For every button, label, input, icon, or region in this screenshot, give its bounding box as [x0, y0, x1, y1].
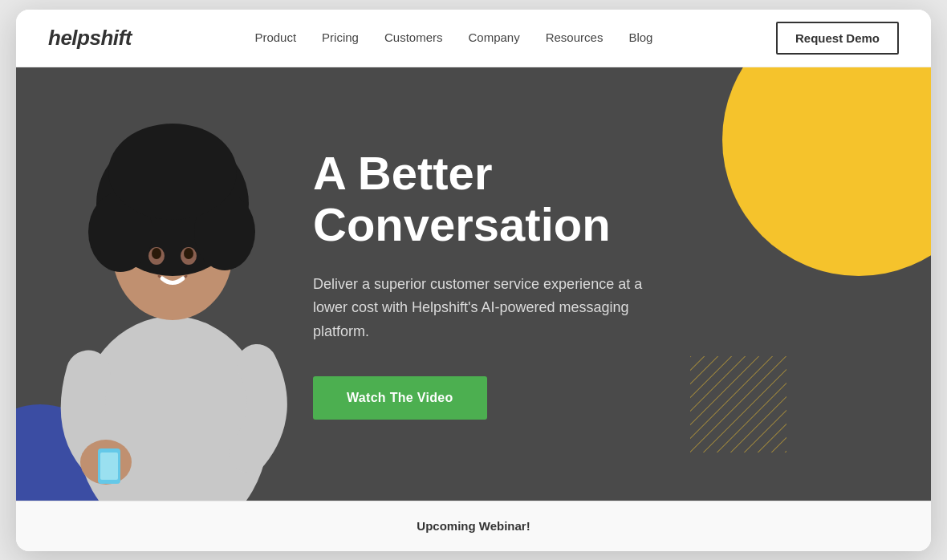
nav-item-company[interactable]: Company: [468, 30, 519, 45]
svg-point-8: [108, 124, 237, 220]
yellow-circle-decoration: [722, 67, 931, 276]
nav-link-blog[interactable]: Blog: [628, 30, 652, 44]
nav-link-customers[interactable]: Customers: [384, 30, 443, 44]
nav-link-pricing[interactable]: Pricing: [322, 30, 359, 44]
logo-text-normal: help: [48, 26, 89, 50]
nav-links: Product Pricing Customers Company Resour…: [254, 30, 652, 45]
hero-title: A Better Conversation: [313, 148, 650, 250]
footer-bar: Upcoming Webinar!: [16, 501, 931, 551]
watch-video-button[interactable]: Watch The Video: [313, 376, 487, 420]
logo-text-bold: shift: [89, 26, 131, 50]
hero-person-illustration: [40, 91, 305, 501]
diagonal-lines-decoration: [690, 356, 786, 452]
nav-link-product[interactable]: Product: [254, 30, 296, 44]
hero-content: A Better Conversation Deliver a superior…: [313, 116, 650, 452]
nav-item-pricing[interactable]: Pricing: [322, 30, 359, 45]
svg-point-11: [152, 248, 161, 259]
hero-section: A Better Conversation Deliver a superior…: [16, 67, 931, 501]
hero-description: Deliver a superior customer service expe…: [313, 273, 650, 344]
nav-item-blog[interactable]: Blog: [628, 30, 652, 45]
svg-rect-15: [100, 452, 118, 480]
nav-item-product[interactable]: Product: [254, 30, 296, 45]
hero-title-line1: A Better: [313, 147, 492, 199]
nav-link-company[interactable]: Company: [468, 30, 519, 44]
browser-frame: helpshift Product Pricing Customers Comp…: [16, 10, 931, 551]
nav-item-customers[interactable]: Customers: [384, 30, 443, 45]
svg-point-12: [184, 248, 193, 259]
logo[interactable]: helpshift: [48, 26, 132, 51]
request-demo-button[interactable]: Request Demo: [776, 22, 899, 55]
upcoming-webinar-text: Upcoming Webinar!: [417, 519, 530, 533]
nav-link-resources[interactable]: Resources: [546, 30, 604, 44]
svg-rect-1: [690, 356, 786, 452]
navbar: helpshift Product Pricing Customers Comp…: [16, 10, 931, 67]
nav-item-resources[interactable]: Resources: [546, 30, 604, 45]
hero-title-line2: Conversation: [313, 198, 611, 250]
